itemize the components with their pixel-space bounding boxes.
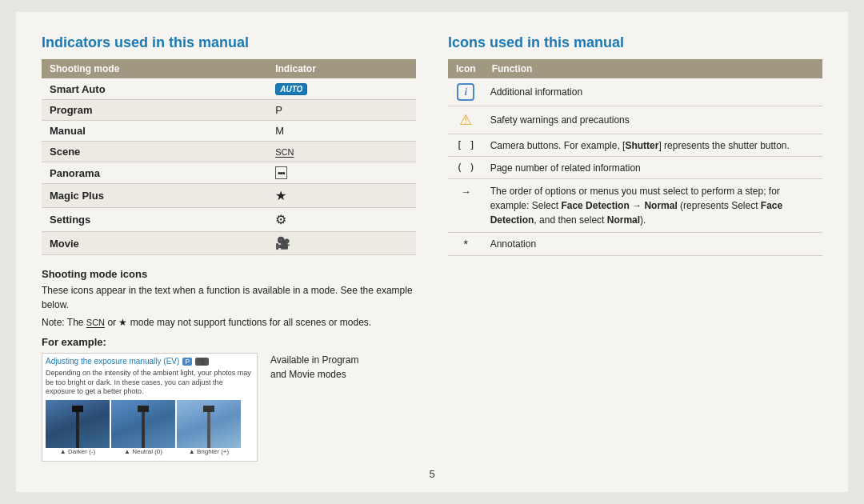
for-example-section: For example: Adjusting the exposure manu… — [42, 336, 416, 462]
bracket-icon: [ ] — [457, 139, 475, 151]
table-row: Scene SCN — [42, 142, 416, 162]
table-row: Panorama ▪▪▪ — [42, 162, 416, 184]
indicator-program: P — [267, 100, 416, 121]
movie-badge: 🎥 — [195, 358, 209, 366]
indicator-smart-auto: AUTO — [267, 78, 416, 100]
icon-warning-cell: ⚠ — [448, 106, 484, 134]
icon-warning-function: Safety warnings and precautions — [484, 106, 822, 134]
table-row: ⚠ Safety warnings and precautions — [448, 106, 822, 134]
table-row: Smart Auto AUTO — [42, 78, 416, 100]
mode-smart-auto: Smart Auto — [42, 78, 267, 100]
col-icon: Icon — [448, 59, 484, 78]
table-row: ( ) Page number of related information — [448, 157, 822, 179]
movie-icon: 🎥 — [275, 236, 290, 250]
panorama-icon: ▪▪▪ — [275, 166, 287, 179]
photo-darker: ▲ Darker (-) — [46, 400, 110, 455]
mode-manual: Manual — [42, 121, 267, 142]
indicator-panorama: ▪▪▪ — [267, 162, 416, 184]
table-row: Settings ⚙ — [42, 208, 416, 232]
auto-badge: AUTO — [275, 83, 307, 95]
image-header: Adjusting the exposure manually (EV) P 🎥 — [46, 357, 254, 366]
shooting-mode-icons-heading: Shooting mode icons — [42, 268, 416, 280]
photo-neutral-img — [111, 400, 175, 448]
table-row: Manual M — [42, 121, 416, 142]
mode-movie: Movie — [42, 232, 267, 255]
photo-brighter-label: ▲ Brighter (+) — [177, 448, 241, 455]
table-row: * Annotation — [448, 233, 822, 256]
paren-icon: ( ) — [457, 162, 475, 174]
table-row: i Additional information — [448, 78, 822, 106]
photo-neutral-label: ▲ Neutral (0) — [111, 448, 175, 455]
program-badge: P — [182, 358, 192, 366]
photo-darker-img — [46, 400, 110, 448]
icon-arrow-cell: → — [448, 179, 484, 233]
right-column: Icons used in this manual Icon Function … — [448, 34, 822, 462]
indicators-title: Indicators used in this manual — [42, 34, 416, 51]
icon-paren-function: Page number of related information — [484, 157, 822, 179]
example-link: Adjusting the exposure manually (EV) — [46, 357, 179, 366]
icons-title: Icons used in this manual — [448, 34, 822, 51]
icon-arrow-function: The order of options or menus you must s… — [484, 179, 822, 233]
shooting-mode-icons-note: Note: The SCN or ★ mode may not support … — [42, 315, 416, 330]
scn-note-icon: SCN — [86, 318, 105, 327]
indicator-scene: SCN — [267, 142, 416, 162]
star-icon: * — [464, 238, 468, 250]
icon-star-cell: * — [448, 233, 484, 256]
photo-brighter: ▲ Brighter (+) — [177, 400, 241, 455]
table-row: → The order of options or menus you must… — [448, 179, 822, 233]
indicator-settings: ⚙ — [267, 208, 416, 232]
table-row: Magic Plus ★ — [42, 184, 416, 208]
scn-indicator: SCN — [275, 147, 294, 157]
page: Indicators used in this manual Shooting … — [16, 12, 848, 492]
magic-note-icon: ★ — [118, 317, 127, 328]
example-image-area: Adjusting the exposure manually (EV) P 🎥… — [42, 353, 258, 462]
table-row: Program P — [42, 100, 416, 121]
col-shooting-mode: Shooting mode — [42, 59, 267, 78]
photo-brighter-img — [177, 400, 241, 448]
magic-plus-icon: ★ — [275, 189, 286, 202]
icons-table: Icon Function i Additional information — [448, 59, 822, 256]
table-row: Movie 🎥 — [42, 232, 416, 255]
example-box: Adjusting the exposure manually (EV) P 🎥… — [42, 353, 416, 462]
left-column: Indicators used in this manual Shooting … — [42, 34, 416, 462]
photo-neutral: ▲ Neutral (0) — [111, 400, 175, 455]
available-text: Available in Programand Movie modes — [270, 353, 359, 382]
icon-info-cell: i — [448, 78, 484, 106]
mode-scene: Scene — [42, 142, 267, 162]
mode-magic-plus: Magic Plus — [42, 184, 267, 208]
mode-panorama: Panorama — [42, 162, 267, 184]
indicator-magic-plus: ★ — [267, 184, 416, 208]
for-example-heading: For example: — [42, 336, 416, 348]
icon-star-function: Annotation — [484, 233, 822, 256]
photo-row: ▲ Darker (-) ▲ Neutral (0) — [46, 400, 254, 455]
example-desc: Depending on the intensity of the ambien… — [46, 369, 254, 397]
indicator-manual: M — [267, 121, 416, 142]
table-row: [ ] Camera buttons. For example, [Shutte… — [448, 134, 822, 157]
page-number: 5 — [42, 468, 822, 480]
icon-paren-cell: ( ) — [448, 157, 484, 179]
info-icon: i — [457, 83, 474, 101]
col-indicator: Indicator — [267, 59, 416, 78]
settings-icon: ⚙ — [275, 213, 286, 226]
photo-darker-label: ▲ Darker (-) — [46, 448, 110, 455]
icon-info-function: Additional information — [484, 78, 822, 106]
mode-settings: Settings — [42, 208, 267, 232]
mode-program: Program — [42, 100, 267, 121]
col-function: Function — [484, 59, 822, 78]
warning-icon: ⚠ — [459, 112, 472, 128]
indicator-table: Shooting mode Indicator Smart Auto AUTO … — [42, 59, 416, 255]
indicator-movie: 🎥 — [267, 232, 416, 255]
icon-bracket-function: Camera buttons. For example, [Shutter] r… — [484, 134, 822, 157]
shooting-mode-icons-desc: These icons appear in the text when a fu… — [42, 283, 416, 312]
icon-bracket-cell: [ ] — [448, 134, 484, 157]
shooting-mode-icons-section: Shooting mode icons These icons appear i… — [42, 268, 416, 330]
arrow-icon: → — [461, 186, 471, 198]
